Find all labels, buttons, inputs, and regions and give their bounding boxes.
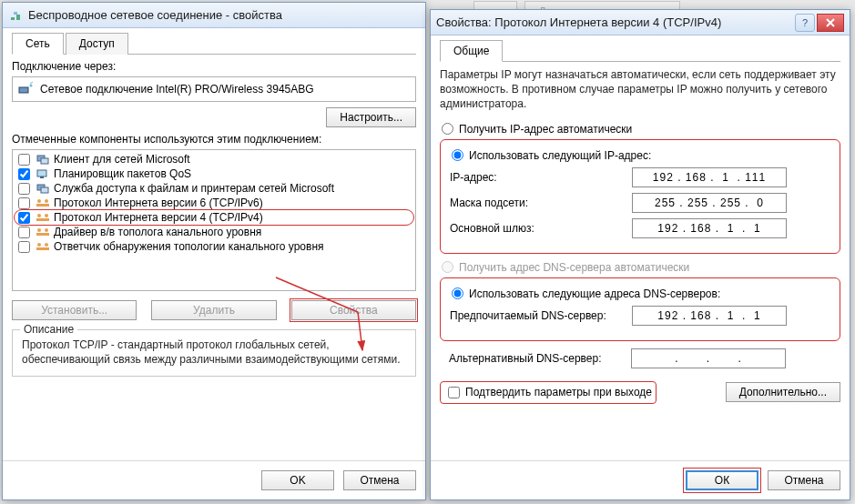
adapter-name: Сетевое подключение Intel(R) PRO/Wireles… xyxy=(40,83,314,96)
auto-ip-radio-row[interactable]: Получить IP-адрес автоматически xyxy=(440,123,840,136)
svg-rect-1 xyxy=(16,15,20,20)
ip-address-input[interactable] xyxy=(632,167,787,187)
component-checkbox[interactable] xyxy=(18,197,30,209)
dns1-input[interactable] xyxy=(632,306,787,326)
titlebar[interactable]: Беспроводное сетевое соединение - свойст… xyxy=(3,3,425,28)
component-checkbox[interactable] xyxy=(18,168,30,180)
description-group: Описание Протокол TCP/IP - стандартный п… xyxy=(12,329,416,377)
component-row[interactable]: Протокол Интернета версии 6 (TCP/IPv6) xyxy=(15,196,413,210)
svg-point-15 xyxy=(37,214,41,217)
window-title: Свойства: Протокол Интернета версии 4 (T… xyxy=(436,15,795,29)
svg-rect-2 xyxy=(14,12,17,15)
window-title: Беспроводное сетевое соединение - свойст… xyxy=(28,8,420,22)
configure-button[interactable]: Настроить... xyxy=(326,107,416,127)
cancel-button[interactable]: Отмена xyxy=(343,470,416,490)
tabs: Общие xyxy=(440,39,840,62)
ipv4-properties-window: Свойства: Протокол Интернета версии 4 (T… xyxy=(430,9,850,500)
auto-dns-label: Получить адрес DNS-сервера автоматически xyxy=(459,261,689,274)
components-list[interactable]: Клиент для сетей MicrosoftПланировщик па… xyxy=(12,149,416,291)
svg-point-13 xyxy=(45,199,48,203)
use-ip-radio-row[interactable]: Использовать следующий IP-адрес: xyxy=(450,149,830,162)
confirm-on-exit-label: Подтвердить параметры при выходе xyxy=(465,386,652,398)
use-ip-block: Использовать следующий IP-адрес: IP-адре… xyxy=(440,139,840,254)
svg-rect-10 xyxy=(41,187,48,193)
component-label: Драйвер в/в тополога канального уровня xyxy=(54,226,261,238)
component-label: Служба доступа к файлам и принтерам сете… xyxy=(54,182,334,195)
component-checkbox[interactable] xyxy=(18,183,30,195)
svg-point-12 xyxy=(37,199,41,203)
subnet-mask-label: Маска подсети: xyxy=(450,197,632,209)
connection-properties-window: Беспроводное сетевое соединение - свойст… xyxy=(2,2,426,500)
connect-via-label: Подключение через: xyxy=(12,60,416,73)
dns2-input[interactable] xyxy=(631,348,786,368)
titlebar[interactable]: Свойства: Протокол Интернета версии 4 (T… xyxy=(431,10,850,35)
component-label: Ответчик обнаружения топологии канальног… xyxy=(54,240,324,253)
content: Сеть Доступ Подключение через: Сетевое п… xyxy=(3,28,425,386)
svg-point-19 xyxy=(45,228,48,232)
dns1-label: Предпочитаемый DNS-сервер: xyxy=(450,309,632,322)
svg-point-4 xyxy=(30,85,33,87)
svg-rect-17 xyxy=(36,233,49,236)
remove-button[interactable]: Удалить xyxy=(151,300,276,320)
component-icon xyxy=(36,153,50,166)
svg-rect-0 xyxy=(11,17,15,20)
ok-button[interactable]: OK xyxy=(261,470,334,490)
svg-rect-7 xyxy=(37,170,46,176)
component-row[interactable]: Планировщик пакетов QoS xyxy=(15,166,413,181)
svg-point-21 xyxy=(37,243,41,247)
cancel-button[interactable]: Отмена xyxy=(768,470,840,490)
component-label: Протокол Интернета версии 4 (TCP/IPv4) xyxy=(54,211,263,224)
dns2-label: Альтернативный DNS-сервер: xyxy=(449,352,631,365)
ip-address-label: IP-адрес: xyxy=(450,171,632,184)
svg-rect-8 xyxy=(40,176,44,178)
svg-rect-20 xyxy=(36,247,49,250)
component-row[interactable]: Клиент для сетей Microsoft xyxy=(15,152,413,166)
tab-general[interactable]: Общие xyxy=(440,40,503,62)
use-dns-radio[interactable] xyxy=(452,287,463,299)
use-ip-label: Использовать следующий IP-адрес: xyxy=(469,149,651,162)
confirm-on-exit-checkbox[interactable] xyxy=(448,387,460,398)
tab-access[interactable]: Доступ xyxy=(66,33,128,55)
component-row[interactable]: Протокол Интернета версии 4 (TCP/IPv4) xyxy=(15,210,413,225)
description-title: Описание xyxy=(20,323,77,336)
use-dns-block: Использовать следующие адреса DNS-сервер… xyxy=(440,277,840,341)
gateway-input[interactable] xyxy=(632,218,787,238)
close-button[interactable] xyxy=(817,14,844,32)
tabs: Сеть Доступ xyxy=(12,32,416,55)
auto-dns-radio-row: Получить адрес DNS-сервера автоматически xyxy=(440,261,840,274)
properties-button[interactable]: Свойства xyxy=(291,300,416,320)
svg-point-22 xyxy=(45,243,48,247)
use-ip-radio[interactable] xyxy=(452,149,463,161)
component-label: Протокол Интернета версии 6 (TCP/IPv6) xyxy=(54,197,263,209)
help-button[interactable]: ? xyxy=(795,14,815,32)
subnet-mask-input[interactable] xyxy=(632,193,787,213)
window-buttons: ? xyxy=(795,14,844,32)
tab-network[interactable]: Сеть xyxy=(12,33,64,55)
component-icon xyxy=(36,226,50,238)
svg-point-18 xyxy=(37,228,41,232)
use-dns-radio-row[interactable]: Использовать следующие адреса DNS-сервер… xyxy=(450,287,830,300)
component-row[interactable]: Драйвер в/в тополога канального уровня xyxy=(15,225,413,239)
auto-ip-label: Получить IP-адрес автоматически xyxy=(459,123,632,136)
svg-point-16 xyxy=(45,214,48,217)
description-text: Протокол TCP/IP - стандартный протокол г… xyxy=(22,338,406,367)
intro-text: Параметры IP могут назначаться автоматич… xyxy=(440,67,840,112)
use-dns-label: Использовать следующие адреса DNS-сервер… xyxy=(469,287,720,300)
advanced-button[interactable]: Дополнительно... xyxy=(726,382,840,402)
svg-rect-3 xyxy=(19,87,28,93)
content: Общие Параметры IP могут назначаться авт… xyxy=(431,35,850,413)
ok-button[interactable]: ОК xyxy=(686,470,758,490)
adapter-icon xyxy=(18,81,35,97)
svg-rect-14 xyxy=(36,218,49,221)
component-checkbox[interactable] xyxy=(18,227,30,238)
component-checkbox[interactable] xyxy=(18,241,30,253)
component-icon xyxy=(36,197,50,209)
install-button[interactable]: Установить... xyxy=(12,300,137,320)
component-row[interactable]: Ответчик обнаружения топологии канальног… xyxy=(15,239,413,254)
component-checkbox[interactable] xyxy=(18,212,30,224)
component-icon xyxy=(36,167,50,180)
component-row[interactable]: Служба доступа к файлам и принтерам сете… xyxy=(15,181,413,196)
auto-ip-radio[interactable] xyxy=(442,123,453,135)
component-checkbox[interactable] xyxy=(18,154,30,166)
network-icon xyxy=(8,8,23,23)
